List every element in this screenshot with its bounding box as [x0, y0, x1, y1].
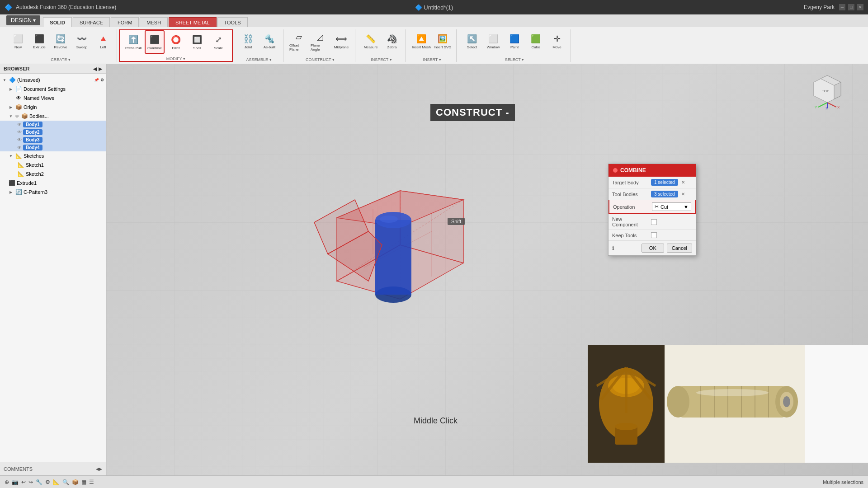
btn-paint-select[interactable]: 🟦 Paint [505, 29, 524, 53]
tab-solid[interactable]: SOLID [43, 17, 72, 27]
combine-title: COMBINE [620, 167, 646, 174]
eye-bodies[interactable]: 👁 [15, 114, 19, 119]
tree-item-sketch1[interactable]: 📐 Sketch1 [0, 160, 106, 169]
btn-scale[interactable]: ⤢ Scale [208, 30, 228, 54]
btn-asbuilt[interactable]: 🔩 As-built [259, 29, 279, 53]
icon-sketches: 📐 [15, 152, 22, 160]
tool-bodies-clear-btn[interactable]: ✕ [680, 191, 686, 197]
browser-collapse-btn[interactable]: ◀ [93, 66, 97, 71]
svg-point-40 [667, 386, 689, 418]
status-icon-zoom[interactable]: 🔍 [62, 479, 69, 485]
comments-expand[interactable]: ▶ [99, 467, 102, 471]
tree-item-unsaved[interactable]: ▼ 🔷 (Unsaved) 📌 ⚙ [0, 75, 106, 84]
comments-toggle[interactable]: ◀ [96, 467, 99, 471]
target-body-clear-btn[interactable]: ✕ [680, 179, 686, 186]
insert-svg-icon: 🖼️ [436, 33, 449, 45]
tree-item-body3[interactable]: 👁 Body3 [0, 136, 106, 144]
target-body-value[interactable]: 1 selected [651, 179, 678, 186]
bottom-image-1 [588, 345, 665, 463]
design-dropdown[interactable]: DESIGN ▾ [6, 15, 40, 25]
info-icon[interactable]: ℹ [612, 245, 614, 251]
status-icon-undo[interactable]: ↩ [21, 479, 26, 485]
viewport[interactable]: Shift Middle Click CONSTRUCT - TOP X Y [106, 64, 868, 475]
btn-new-component[interactable]: ⬜ New [8, 29, 28, 53]
btn-extrude[interactable]: ⬛ Extrude [29, 29, 49, 53]
btn-move[interactable]: ✛ Move [547, 29, 567, 53]
icon-origin: 📦 [15, 103, 22, 111]
btn-shell[interactable]: 🔲 Shell [187, 30, 207, 54]
status-icon-box[interactable]: 📦 [72, 479, 79, 485]
status-icon-add[interactable]: ⊕ [5, 479, 9, 485]
tree-item-sketches[interactable]: ▼ 📐 Sketches [0, 151, 106, 160]
eye-body2[interactable]: 👁 [17, 130, 22, 135]
btn-combine[interactable]: ⬛ Combine [145, 30, 165, 54]
close-btn[interactable]: ✕ [857, 4, 863, 10]
select-cube-icon: 🟩 [529, 33, 542, 45]
minimize-btn[interactable]: ─ [839, 4, 845, 10]
btn-press-pull[interactable]: ⬆️ Press Pull [123, 30, 143, 54]
status-icon-grid[interactable]: ▦ [81, 479, 86, 485]
status-bar-left: ⊕ 📷 ↩ ↪ 🔧 ⚙ 📐 🔍 📦 ▦ ☰ [5, 479, 94, 485]
tree-item-origin[interactable]: ▶ 📦 Origin [0, 103, 106, 112]
ribbon-group-select: ↖️ Select ⬜ Window 🟦 Paint 🟩 Cube ✛ [458, 29, 571, 62]
cancel-button[interactable]: Cancel [667, 244, 692, 253]
btn-select-cube[interactable]: 🟩 Cube [526, 29, 546, 53]
arrow-sketches: ▼ [8, 154, 14, 158]
status-icon-menu[interactable]: ☰ [89, 479, 94, 485]
tab-mesh[interactable]: MESH [140, 17, 168, 27]
operation-select[interactable]: ✂ Cut ▼ [652, 202, 691, 211]
zebra-icon: 🦓 [386, 33, 398, 45]
keep-tools-checkbox[interactable] [651, 232, 657, 238]
btn-revolve[interactable]: 🔄 Revolve [51, 29, 71, 53]
btn-midplane[interactable]: ⟺ Midplane [331, 29, 351, 53]
btn-window-select[interactable]: ⬜ Window [483, 29, 503, 53]
btn-measure[interactable]: 📏 Measure [361, 29, 381, 53]
eye-body3[interactable]: 👁 [17, 137, 22, 142]
ribbon-group-inspect: 📏 Measure 🦓 Zebra INSPECT ▾ [357, 29, 406, 62]
btn-joint[interactable]: ⛓️ Joint [238, 29, 258, 53]
btn-loft[interactable]: 🔺 Loft [93, 29, 113, 53]
paint-select-icon: 🟦 [508, 33, 521, 45]
tree-item-body1[interactable]: 👁 Body1 [0, 121, 106, 128]
btn-zebra[interactable]: 🦓 Zebra [382, 29, 402, 53]
btn-sweep[interactable]: 〰️ Sweep [72, 29, 92, 53]
label-named-views: Named Views [24, 95, 104, 101]
label-sketch1: Sketch1 [26, 162, 104, 168]
tree-item-sketch2[interactable]: 📐 Sketch2 [0, 169, 106, 178]
btn-insert-mesh[interactable]: 🔼 Insert Mesh [411, 29, 431, 53]
status-bar-right: Multiple selections [823, 479, 863, 485]
maximize-btn[interactable]: □ [848, 4, 854, 10]
btn-plane-angle[interactable]: ◿ Plane Angle [310, 29, 330, 53]
tree-item-body2[interactable]: 👁 Body2 [0, 128, 106, 136]
eye-body4[interactable]: 👁 [17, 145, 22, 150]
btn-offset-plane[interactable]: ▱ Offset Plane [289, 29, 309, 53]
status-icon-redo[interactable]: ↪ [28, 479, 33, 485]
tab-sheetmetal[interactable]: SHEET METAL [169, 17, 216, 27]
btn-fillet[interactable]: ⭕ Fillet [166, 30, 186, 54]
tab-tools[interactable]: TOOLS [217, 17, 248, 27]
combine-header: COMBINE [609, 164, 696, 177]
tree-item-cpattern3[interactable]: ▶ 🔄 C-Pattern3 [0, 188, 106, 197]
tree-item-bodies[interactable]: ▼ 👁 📦 Bodies... [0, 112, 106, 121]
tree-item-body4[interactable]: 👁 Body4 [0, 144, 106, 151]
tab-form[interactable]: FORM [111, 17, 139, 27]
eye-body1[interactable]: 👁 [17, 122, 22, 127]
new-component-checkbox[interactable] [651, 219, 657, 225]
tree-item-extrude1[interactable]: ⬛ Extrude1 [0, 178, 106, 188]
settings-icon: ⚙ [100, 78, 104, 82]
browser-more-btn[interactable]: ▶ [99, 66, 102, 71]
tool-bodies-value[interactable]: 3 selected [651, 191, 678, 197]
create-label: CREATE ▾ [51, 57, 70, 62]
status-icon-layout[interactable]: 📐 [53, 479, 60, 485]
btn-insert-svg[interactable]: 🖼️ Insert SVG [433, 29, 453, 53]
pill-body2: Body2 [23, 129, 42, 135]
ok-button[interactable]: OK [642, 244, 664, 253]
status-icon-camera[interactable]: 📷 [12, 479, 19, 485]
status-icon-settings[interactable]: ⚙ [45, 479, 50, 485]
btn-select[interactable]: ↖️ Select [462, 29, 482, 53]
status-icon-tools[interactable]: 🔧 [36, 479, 42, 485]
tree-item-doc-settings[interactable]: ▶ 📄 Document Settings [0, 84, 106, 94]
tree-item-named-views[interactable]: 👁 Named Views [0, 94, 106, 103]
assemble-label: ASSEMBLE ▾ [246, 57, 271, 62]
tab-surface[interactable]: SURFACE [73, 17, 110, 27]
